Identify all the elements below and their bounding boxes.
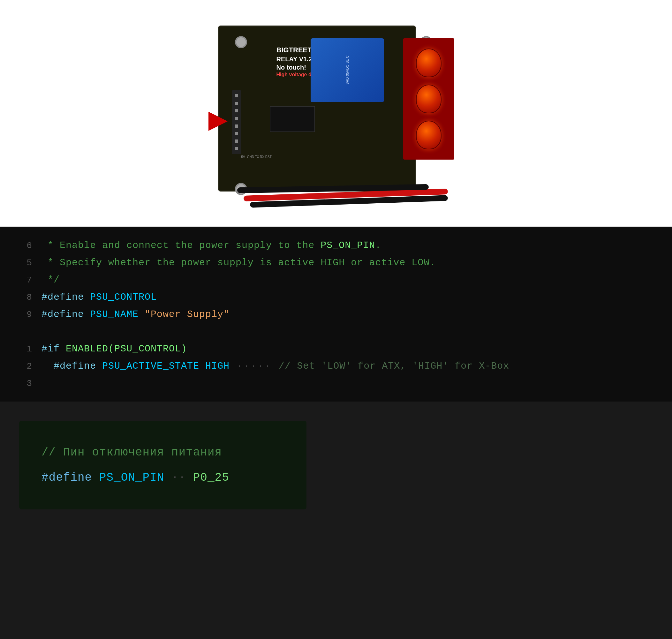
code-line-9: 9 #define PSU_NAME "Power Supply" <box>19 306 653 323</box>
line-number: 2 <box>19 358 32 374</box>
code-comment-line: // Пин отключения питания <box>42 440 284 465</box>
relay-board-image: BIGTREETECH RELAY V1.2 No touch! High vo… <box>205 19 467 207</box>
led-lamp-2 <box>416 84 441 113</box>
corner-hole-tl <box>235 36 247 48</box>
code-define-psu-name: #define PSU_NAME "Power Supply" <box>42 306 230 323</box>
bottom-connectors: 5V GND TX RX RST <box>241 155 272 159</box>
led-lamp-1 <box>416 48 441 77</box>
left-connector <box>232 90 241 154</box>
wire-bundle <box>218 169 454 207</box>
code-comment-1: * Enable and connect the power supply to… <box>42 237 381 254</box>
pin-7 <box>235 139 238 143</box>
code-comment-2: * Specify whether the power supply is ac… <box>42 254 436 271</box>
code-line-5: 5 * Specify whether the power supply is … <box>19 254 653 271</box>
code-section-1: 6 * Enable and connect the power supply … <box>0 227 672 402</box>
line-number: 6 <box>19 238 32 254</box>
chip-area <box>270 106 315 132</box>
pin-8 <box>235 147 238 150</box>
red-arrow-indicator <box>208 112 228 131</box>
relay-label: SRD-05VDC-SL-C <box>345 56 349 84</box>
code-define-ps-on-pin: #define PS_ON_PIN ·· P0_25 <box>42 465 284 490</box>
code-if-enabled: #if ENABLED(PSU_CONTROL) <box>42 340 187 358</box>
code-empty <box>42 323 48 340</box>
line-number: 5 <box>19 255 32 271</box>
pin-2 <box>235 102 238 105</box>
code-line-3: 3 <box>19 375 653 392</box>
code-define-active-state: #define PSU_ACTIVE_STATE HIGH ····· // S… <box>42 358 509 375</box>
code-section-2: // Пин отключения питания #define PS_ON_… <box>19 421 307 510</box>
code-line-6: 6 * Enable and connect the power supply … <box>19 237 653 254</box>
line-number: 8 <box>19 290 32 306</box>
code-comment-russian: // Пин отключения питания <box>42 440 222 465</box>
code-define-ps-on: #define PS_ON_PIN ·· P0_25 <box>42 465 229 490</box>
code-comment-close: */ <box>42 271 60 289</box>
pin-5 <box>235 124 238 128</box>
pin-5v: 5V <box>241 155 245 159</box>
code-define-psu-control: #define PSU_CONTROL <box>42 289 157 306</box>
code-line-empty <box>19 323 653 340</box>
relay-module: SRD-05VDC-SL-C <box>311 38 384 102</box>
pin-1 <box>235 94 238 97</box>
led-lamp-3 <box>416 121 441 150</box>
code-line-if: 1 #if ENABLED(PSU_CONTROL) <box>19 340 653 358</box>
code-line-7: 7 */ <box>19 271 653 289</box>
pin-3 <box>235 109 238 112</box>
line-number: 7 <box>19 272 32 288</box>
code-line-8: 8 #define PSU_CONTROL <box>19 289 653 306</box>
led-indicator-block <box>403 38 454 160</box>
pin-6 <box>235 132 238 135</box>
pin-4 <box>235 117 238 120</box>
code-line-active-state: 2 #define PSU_ACTIVE_STATE HIGH ····· //… <box>19 358 653 375</box>
line-number: 9 <box>19 307 32 323</box>
line-number: 3 <box>19 376 32 392</box>
code-line-blank <box>42 375 48 392</box>
pin-gnd: GND TX RX RST <box>247 155 272 159</box>
line-number: 1 <box>19 341 32 357</box>
product-image-section: BIGTREETECH RELAY V1.2 No touch! High vo… <box>0 0 672 227</box>
